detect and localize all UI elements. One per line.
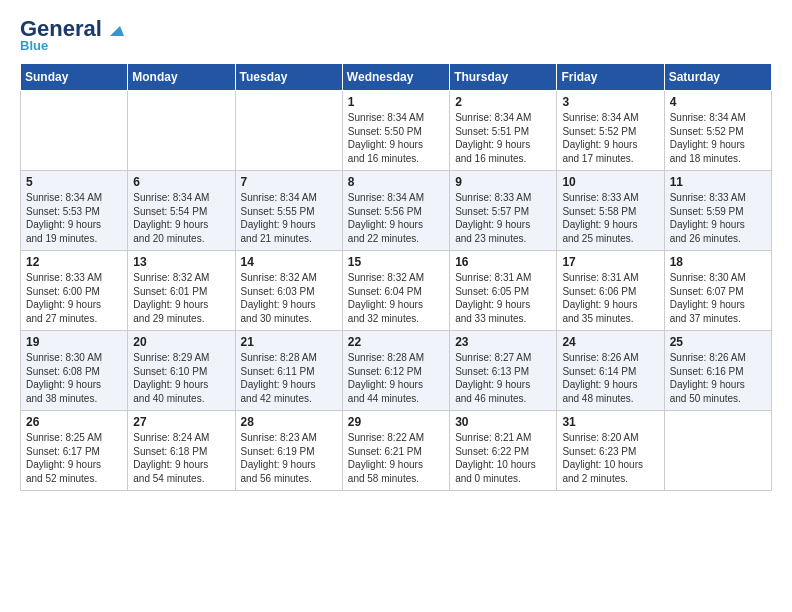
page: General Blue SundayMondayTuesdayWednesda… bbox=[0, 0, 792, 509]
day-info: Sunrise: 8:28 AM Sunset: 6:12 PM Dayligh… bbox=[348, 351, 444, 405]
day-number: 2 bbox=[455, 95, 551, 109]
day-number: 29 bbox=[348, 415, 444, 429]
day-number: 17 bbox=[562, 255, 658, 269]
day-number: 12 bbox=[26, 255, 122, 269]
day-number: 20 bbox=[133, 335, 229, 349]
day-info: Sunrise: 8:33 AM Sunset: 5:59 PM Dayligh… bbox=[670, 191, 766, 245]
day-number: 26 bbox=[26, 415, 122, 429]
day-info: Sunrise: 8:32 AM Sunset: 6:03 PM Dayligh… bbox=[241, 271, 337, 325]
day-of-week-wednesday: Wednesday bbox=[342, 64, 449, 91]
week-row-2: 5Sunrise: 8:34 AM Sunset: 5:53 PM Daylig… bbox=[21, 171, 772, 251]
day-number: 18 bbox=[670, 255, 766, 269]
day-number: 21 bbox=[241, 335, 337, 349]
calendar-table: SundayMondayTuesdayWednesdayThursdayFrid… bbox=[20, 63, 772, 491]
day-info: Sunrise: 8:33 AM Sunset: 5:58 PM Dayligh… bbox=[562, 191, 658, 245]
calendar-cell: 19Sunrise: 8:30 AM Sunset: 6:08 PM Dayli… bbox=[21, 331, 128, 411]
calendar-cell: 20Sunrise: 8:29 AM Sunset: 6:10 PM Dayli… bbox=[128, 331, 235, 411]
calendar-cell: 11Sunrise: 8:33 AM Sunset: 5:59 PM Dayli… bbox=[664, 171, 771, 251]
header: General Blue bbox=[20, 18, 772, 53]
week-row-3: 12Sunrise: 8:33 AM Sunset: 6:00 PM Dayli… bbox=[21, 251, 772, 331]
day-info: Sunrise: 8:34 AM Sunset: 5:50 PM Dayligh… bbox=[348, 111, 444, 165]
day-number: 25 bbox=[670, 335, 766, 349]
logo: General Blue bbox=[20, 18, 126, 53]
day-info: Sunrise: 8:34 AM Sunset: 5:53 PM Dayligh… bbox=[26, 191, 122, 245]
day-number: 19 bbox=[26, 335, 122, 349]
day-info: Sunrise: 8:32 AM Sunset: 6:01 PM Dayligh… bbox=[133, 271, 229, 325]
day-number: 16 bbox=[455, 255, 551, 269]
calendar-cell bbox=[128, 91, 235, 171]
calendar-cell: 15Sunrise: 8:32 AM Sunset: 6:04 PM Dayli… bbox=[342, 251, 449, 331]
day-of-week-tuesday: Tuesday bbox=[235, 64, 342, 91]
logo-blue: Blue bbox=[20, 38, 48, 53]
day-info: Sunrise: 8:20 AM Sunset: 6:23 PM Dayligh… bbox=[562, 431, 658, 485]
day-number: 1 bbox=[348, 95, 444, 109]
day-info: Sunrise: 8:28 AM Sunset: 6:11 PM Dayligh… bbox=[241, 351, 337, 405]
calendar-cell: 25Sunrise: 8:26 AM Sunset: 6:16 PM Dayli… bbox=[664, 331, 771, 411]
calendar-cell: 22Sunrise: 8:28 AM Sunset: 6:12 PM Dayli… bbox=[342, 331, 449, 411]
calendar-cell bbox=[21, 91, 128, 171]
day-info: Sunrise: 8:22 AM Sunset: 6:21 PM Dayligh… bbox=[348, 431, 444, 485]
day-number: 9 bbox=[455, 175, 551, 189]
calendar-cell bbox=[664, 411, 771, 491]
day-info: Sunrise: 8:32 AM Sunset: 6:04 PM Dayligh… bbox=[348, 271, 444, 325]
day-number: 15 bbox=[348, 255, 444, 269]
calendar-cell: 13Sunrise: 8:32 AM Sunset: 6:01 PM Dayli… bbox=[128, 251, 235, 331]
day-info: Sunrise: 8:34 AM Sunset: 5:52 PM Dayligh… bbox=[562, 111, 658, 165]
calendar-cell: 3Sunrise: 8:34 AM Sunset: 5:52 PM Daylig… bbox=[557, 91, 664, 171]
calendar-cell: 5Sunrise: 8:34 AM Sunset: 5:53 PM Daylig… bbox=[21, 171, 128, 251]
day-info: Sunrise: 8:24 AM Sunset: 6:18 PM Dayligh… bbox=[133, 431, 229, 485]
calendar-cell: 27Sunrise: 8:24 AM Sunset: 6:18 PM Dayli… bbox=[128, 411, 235, 491]
day-info: Sunrise: 8:27 AM Sunset: 6:13 PM Dayligh… bbox=[455, 351, 551, 405]
day-number: 10 bbox=[562, 175, 658, 189]
week-row-1: 1Sunrise: 8:34 AM Sunset: 5:50 PM Daylig… bbox=[21, 91, 772, 171]
day-info: Sunrise: 8:21 AM Sunset: 6:22 PM Dayligh… bbox=[455, 431, 551, 485]
day-number: 24 bbox=[562, 335, 658, 349]
day-number: 7 bbox=[241, 175, 337, 189]
calendar-cell: 23Sunrise: 8:27 AM Sunset: 6:13 PM Dayli… bbox=[450, 331, 557, 411]
logo-icon bbox=[104, 18, 126, 40]
calendar-cell: 1Sunrise: 8:34 AM Sunset: 5:50 PM Daylig… bbox=[342, 91, 449, 171]
day-info: Sunrise: 8:31 AM Sunset: 6:05 PM Dayligh… bbox=[455, 271, 551, 325]
day-info: Sunrise: 8:23 AM Sunset: 6:19 PM Dayligh… bbox=[241, 431, 337, 485]
calendar-cell: 17Sunrise: 8:31 AM Sunset: 6:06 PM Dayli… bbox=[557, 251, 664, 331]
calendar-cell: 10Sunrise: 8:33 AM Sunset: 5:58 PM Dayli… bbox=[557, 171, 664, 251]
day-number: 13 bbox=[133, 255, 229, 269]
day-number: 6 bbox=[133, 175, 229, 189]
day-number: 4 bbox=[670, 95, 766, 109]
calendar-cell: 12Sunrise: 8:33 AM Sunset: 6:00 PM Dayli… bbox=[21, 251, 128, 331]
day-number: 28 bbox=[241, 415, 337, 429]
week-row-5: 26Sunrise: 8:25 AM Sunset: 6:17 PM Dayli… bbox=[21, 411, 772, 491]
logo-general: General bbox=[20, 18, 102, 40]
calendar-cell: 4Sunrise: 8:34 AM Sunset: 5:52 PM Daylig… bbox=[664, 91, 771, 171]
day-info: Sunrise: 8:33 AM Sunset: 5:57 PM Dayligh… bbox=[455, 191, 551, 245]
day-info: Sunrise: 8:34 AM Sunset: 5:55 PM Dayligh… bbox=[241, 191, 337, 245]
day-number: 8 bbox=[348, 175, 444, 189]
calendar-cell: 14Sunrise: 8:32 AM Sunset: 6:03 PM Dayli… bbox=[235, 251, 342, 331]
calendar-cell: 31Sunrise: 8:20 AM Sunset: 6:23 PM Dayli… bbox=[557, 411, 664, 491]
calendar-cell: 2Sunrise: 8:34 AM Sunset: 5:51 PM Daylig… bbox=[450, 91, 557, 171]
day-number: 23 bbox=[455, 335, 551, 349]
day-of-week-friday: Friday bbox=[557, 64, 664, 91]
day-info: Sunrise: 8:31 AM Sunset: 6:06 PM Dayligh… bbox=[562, 271, 658, 325]
calendar-cell: 6Sunrise: 8:34 AM Sunset: 5:54 PM Daylig… bbox=[128, 171, 235, 251]
day-number: 3 bbox=[562, 95, 658, 109]
calendar-cell: 29Sunrise: 8:22 AM Sunset: 6:21 PM Dayli… bbox=[342, 411, 449, 491]
calendar-cell: 8Sunrise: 8:34 AM Sunset: 5:56 PM Daylig… bbox=[342, 171, 449, 251]
day-number: 5 bbox=[26, 175, 122, 189]
day-of-week-sunday: Sunday bbox=[21, 64, 128, 91]
day-of-week-saturday: Saturday bbox=[664, 64, 771, 91]
header-row: SundayMondayTuesdayWednesdayThursdayFrid… bbox=[21, 64, 772, 91]
day-number: 27 bbox=[133, 415, 229, 429]
day-number: 11 bbox=[670, 175, 766, 189]
week-row-4: 19Sunrise: 8:30 AM Sunset: 6:08 PM Dayli… bbox=[21, 331, 772, 411]
day-info: Sunrise: 8:30 AM Sunset: 6:08 PM Dayligh… bbox=[26, 351, 122, 405]
day-number: 22 bbox=[348, 335, 444, 349]
day-info: Sunrise: 8:26 AM Sunset: 6:14 PM Dayligh… bbox=[562, 351, 658, 405]
day-of-week-thursday: Thursday bbox=[450, 64, 557, 91]
day-info: Sunrise: 8:34 AM Sunset: 5:56 PM Dayligh… bbox=[348, 191, 444, 245]
day-info: Sunrise: 8:34 AM Sunset: 5:54 PM Dayligh… bbox=[133, 191, 229, 245]
calendar-cell: 30Sunrise: 8:21 AM Sunset: 6:22 PM Dayli… bbox=[450, 411, 557, 491]
day-info: Sunrise: 8:25 AM Sunset: 6:17 PM Dayligh… bbox=[26, 431, 122, 485]
calendar-cell bbox=[235, 91, 342, 171]
svg-marker-0 bbox=[110, 26, 124, 36]
